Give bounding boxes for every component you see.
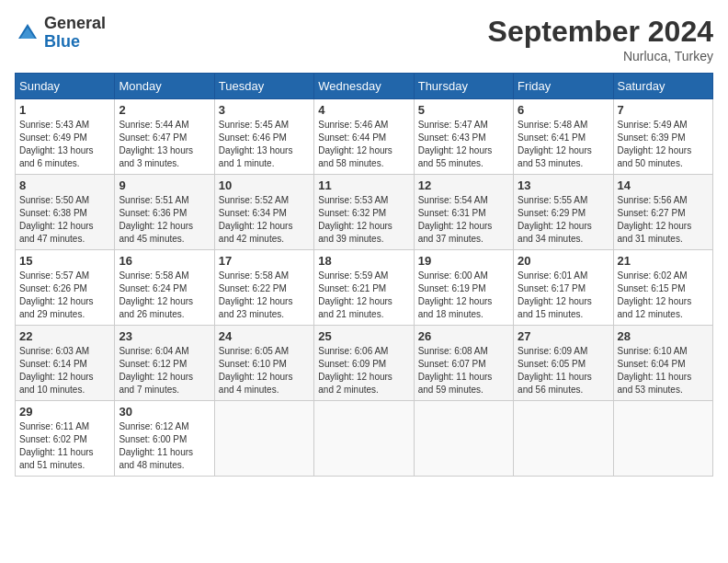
day-info: Sunrise: 5:53 AM Sunset: 6:32 PM Dayligh… <box>318 194 409 246</box>
day-number: 8 <box>19 178 110 192</box>
day-number: 11 <box>318 178 409 192</box>
calendar-header-row: SundayMondayTuesdayWednesdayThursdayFrid… <box>16 74 713 99</box>
day-info: Sunrise: 6:11 AM Sunset: 6:02 PM Dayligh… <box>19 420 110 472</box>
calendar-day-8: 8Sunrise: 5:50 AM Sunset: 6:38 PM Daylig… <box>16 175 115 250</box>
calendar-day-6: 6Sunrise: 5:48 AM Sunset: 6:41 PM Daylig… <box>514 99 613 175</box>
day-info: Sunrise: 5:45 AM Sunset: 6:46 PM Dayligh… <box>219 119 310 170</box>
day-number: 10 <box>219 178 310 192</box>
day-number: 21 <box>618 254 709 268</box>
day-info: Sunrise: 5:58 AM Sunset: 6:24 PM Dayligh… <box>119 270 210 321</box>
calendar-body: 1Sunrise: 5:43 AM Sunset: 6:49 PM Daylig… <box>16 99 713 477</box>
calendar-day-2: 2Sunrise: 5:44 AM Sunset: 6:47 PM Daylig… <box>115 99 214 175</box>
calendar-table: SundayMondayTuesdayWednesdayThursdayFrid… <box>15 73 713 477</box>
calendar-day-29: 29Sunrise: 6:11 AM Sunset: 6:02 PM Dayli… <box>16 401 115 477</box>
logo-general-text: General <box>44 14 106 32</box>
day-number: 2 <box>119 103 210 117</box>
day-info: Sunrise: 5:44 AM Sunset: 6:47 PM Dayligh… <box>119 119 210 170</box>
empty-cell <box>613 401 712 477</box>
day-info: Sunrise: 6:09 AM Sunset: 6:05 PM Dayligh… <box>518 345 609 396</box>
calendar-day-9: 9Sunrise: 5:51 AM Sunset: 6:36 PM Daylig… <box>115 175 214 250</box>
day-info: Sunrise: 6:05 AM Sunset: 6:10 PM Dayligh… <box>219 345 310 396</box>
calendar-day-26: 26Sunrise: 6:08 AM Sunset: 6:07 PM Dayli… <box>414 326 513 401</box>
calendar-week-2: 8Sunrise: 5:50 AM Sunset: 6:38 PM Daylig… <box>16 175 713 250</box>
day-info: Sunrise: 5:46 AM Sunset: 6:44 PM Dayligh… <box>318 119 409 170</box>
day-number: 17 <box>219 254 310 268</box>
day-number: 1 <box>19 103 110 117</box>
day-number: 18 <box>318 254 409 268</box>
day-info: Sunrise: 6:10 AM Sunset: 6:04 PM Dayligh… <box>618 345 709 396</box>
day-number: 28 <box>618 329 709 343</box>
empty-cell <box>314 401 414 477</box>
day-info: Sunrise: 5:55 AM Sunset: 6:29 PM Dayligh… <box>518 194 609 246</box>
day-info: Sunrise: 6:04 AM Sunset: 6:12 PM Dayligh… <box>119 345 210 396</box>
calendar-week-4: 22Sunrise: 6:03 AM Sunset: 6:14 PM Dayli… <box>16 326 713 401</box>
calendar-day-24: 24Sunrise: 6:05 AM Sunset: 6:10 PM Dayli… <box>214 326 313 401</box>
empty-cell <box>214 401 313 477</box>
calendar-day-1: 1Sunrise: 5:43 AM Sunset: 6:49 PM Daylig… <box>16 99 115 175</box>
col-header-monday: Monday <box>115 74 214 99</box>
calendar-day-3: 3Sunrise: 5:45 AM Sunset: 6:46 PM Daylig… <box>214 99 313 175</box>
day-number: 26 <box>418 329 509 343</box>
day-number: 14 <box>618 178 709 192</box>
col-header-tuesday: Tuesday <box>214 74 313 99</box>
col-header-friday: Friday <box>514 74 613 99</box>
day-info: Sunrise: 5:58 AM Sunset: 6:22 PM Dayligh… <box>219 270 310 321</box>
empty-cell <box>414 401 513 477</box>
logo: General Blue <box>15 15 106 52</box>
day-number: 24 <box>219 329 310 343</box>
day-info: Sunrise: 5:52 AM Sunset: 6:34 PM Dayligh… <box>219 194 310 246</box>
calendar-week-5: 29Sunrise: 6:11 AM Sunset: 6:02 PM Dayli… <box>16 401 713 477</box>
day-number: 19 <box>418 254 509 268</box>
empty-cell <box>514 401 613 477</box>
calendar-day-21: 21Sunrise: 6:02 AM Sunset: 6:15 PM Dayli… <box>613 250 712 326</box>
calendar-week-1: 1Sunrise: 5:43 AM Sunset: 6:49 PM Daylig… <box>16 99 713 175</box>
day-number: 4 <box>318 103 409 117</box>
day-info: Sunrise: 5:48 AM Sunset: 6:41 PM Dayligh… <box>518 119 609 170</box>
day-info: Sunrise: 5:54 AM Sunset: 6:31 PM Dayligh… <box>418 194 509 246</box>
calendar-day-13: 13Sunrise: 5:55 AM Sunset: 6:29 PM Dayli… <box>514 175 613 250</box>
day-number: 12 <box>418 178 509 192</box>
calendar-week-3: 15Sunrise: 5:57 AM Sunset: 6:26 PM Dayli… <box>16 250 713 326</box>
logo-blue-text: Blue <box>44 32 80 51</box>
day-number: 3 <box>219 103 310 117</box>
day-info: Sunrise: 5:43 AM Sunset: 6:49 PM Dayligh… <box>19 119 110 170</box>
day-info: Sunrise: 6:08 AM Sunset: 6:07 PM Dayligh… <box>418 345 509 396</box>
calendar-day-14: 14Sunrise: 5:56 AM Sunset: 6:27 PM Dayli… <box>613 175 712 250</box>
day-info: Sunrise: 6:00 AM Sunset: 6:19 PM Dayligh… <box>418 270 509 321</box>
col-header-wednesday: Wednesday <box>314 74 414 99</box>
calendar-day-28: 28Sunrise: 6:10 AM Sunset: 6:04 PM Dayli… <box>613 326 712 401</box>
logo-icon <box>15 20 40 46</box>
calendar-day-19: 19Sunrise: 6:00 AM Sunset: 6:19 PM Dayli… <box>414 250 513 326</box>
location: Nurluca, Turkey <box>488 49 713 63</box>
day-number: 29 <box>19 405 110 419</box>
day-number: 5 <box>418 103 509 117</box>
day-info: Sunrise: 5:51 AM Sunset: 6:36 PM Dayligh… <box>119 194 210 246</box>
calendar-day-27: 27Sunrise: 6:09 AM Sunset: 6:05 PM Dayli… <box>514 326 613 401</box>
day-number: 9 <box>119 178 210 192</box>
day-info: Sunrise: 5:59 AM Sunset: 6:21 PM Dayligh… <box>318 270 409 321</box>
title-block: September 2024 Nurluca, Turkey <box>488 15 713 63</box>
day-info: Sunrise: 5:56 AM Sunset: 6:27 PM Dayligh… <box>618 194 709 246</box>
calendar-day-10: 10Sunrise: 5:52 AM Sunset: 6:34 PM Dayli… <box>214 175 313 250</box>
day-number: 15 <box>19 254 110 268</box>
day-number: 22 <box>19 329 110 343</box>
calendar-day-4: 4Sunrise: 5:46 AM Sunset: 6:44 PM Daylig… <box>314 99 414 175</box>
calendar-day-18: 18Sunrise: 5:59 AM Sunset: 6:21 PM Dayli… <box>314 250 414 326</box>
day-number: 25 <box>318 329 409 343</box>
page-header: General Blue September 2024 Nurluca, Tur… <box>15 15 713 63</box>
calendar-day-12: 12Sunrise: 5:54 AM Sunset: 6:31 PM Dayli… <box>414 175 513 250</box>
calendar-day-17: 17Sunrise: 5:58 AM Sunset: 6:22 PM Dayli… <box>214 250 313 326</box>
calendar-day-11: 11Sunrise: 5:53 AM Sunset: 6:32 PM Dayli… <box>314 175 414 250</box>
day-info: Sunrise: 5:57 AM Sunset: 6:26 PM Dayligh… <box>19 270 110 321</box>
calendar-day-16: 16Sunrise: 5:58 AM Sunset: 6:24 PM Dayli… <box>115 250 214 326</box>
col-header-saturday: Saturday <box>613 74 712 99</box>
day-info: Sunrise: 6:12 AM Sunset: 6:00 PM Dayligh… <box>119 420 210 472</box>
day-info: Sunrise: 6:02 AM Sunset: 6:15 PM Dayligh… <box>618 270 709 321</box>
day-number: 23 <box>119 329 210 343</box>
day-number: 13 <box>518 178 609 192</box>
calendar-day-23: 23Sunrise: 6:04 AM Sunset: 6:12 PM Dayli… <box>115 326 214 401</box>
day-number: 30 <box>119 405 210 419</box>
day-number: 7 <box>618 103 709 117</box>
calendar-day-25: 25Sunrise: 6:06 AM Sunset: 6:09 PM Dayli… <box>314 326 414 401</box>
col-header-thursday: Thursday <box>414 74 513 99</box>
